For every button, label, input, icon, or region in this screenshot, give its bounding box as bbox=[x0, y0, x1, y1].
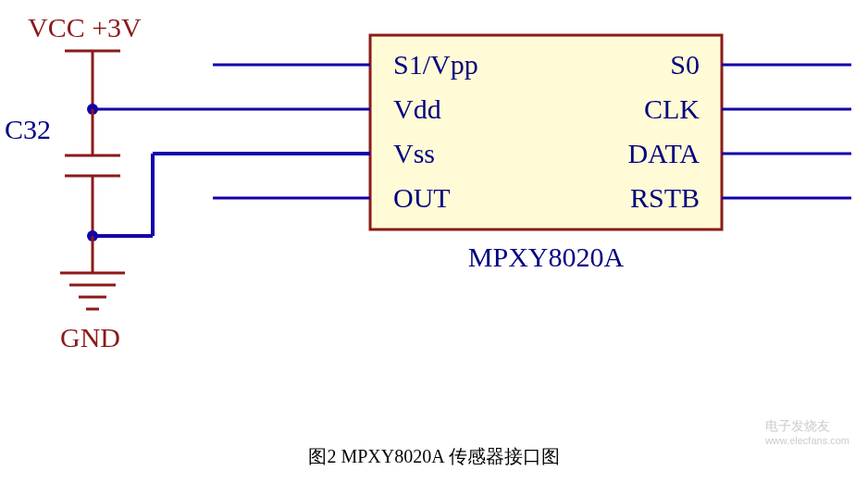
part-number: MPXY8020A bbox=[468, 242, 625, 272]
pin-label-r2: CLK bbox=[644, 93, 700, 124]
pin-label-r1: S0 bbox=[670, 49, 700, 80]
pin-label-l2: Vdd bbox=[393, 93, 441, 124]
watermark-url: www.elecfans.com bbox=[765, 435, 849, 446]
watermark-brand: 电子发烧友 bbox=[765, 418, 830, 433]
vcc-label: VCC +3V bbox=[28, 12, 142, 43]
gnd-label: GND bbox=[60, 322, 120, 353]
cap-label: C32 bbox=[5, 114, 51, 144]
figure-caption: 图2 MPXY8020A 传感器接口图 bbox=[0, 444, 868, 469]
pin-label-l3: Vss bbox=[393, 138, 435, 168]
watermark: 电子发烧友 www.elecfans.com bbox=[765, 418, 849, 446]
pin-label-r3: DATA bbox=[627, 138, 700, 168]
pin-label-l1: S1/Vpp bbox=[393, 49, 478, 80]
pin-label-r4: RSTB bbox=[630, 182, 700, 213]
pin-label-l4: OUT bbox=[393, 182, 451, 213]
